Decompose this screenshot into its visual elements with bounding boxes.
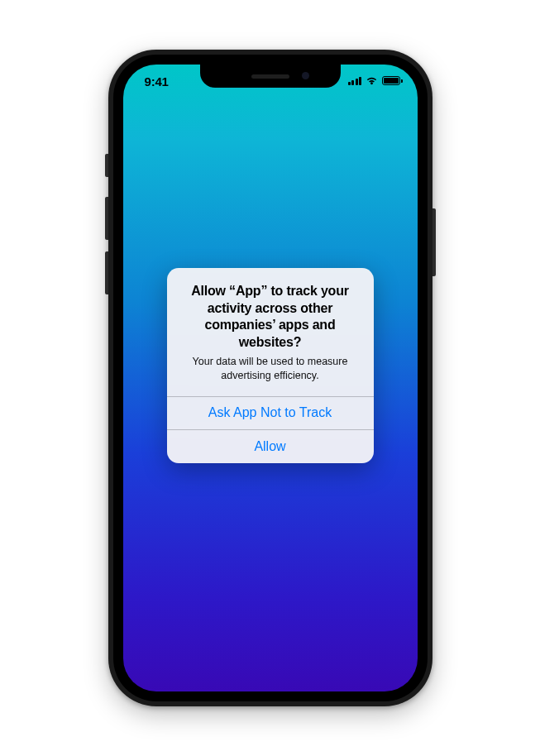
- volume-down-button: [105, 251, 108, 294]
- alert-title: Allow “App” to track your activity acros…: [180, 283, 361, 352]
- screen: 9:41 Allow “App” to track your: [123, 65, 418, 691]
- device-bezel: 9:41 Allow “App” to track your: [113, 55, 428, 701]
- notch: [200, 65, 341, 88]
- allow-button[interactable]: Allow: [167, 430, 374, 463]
- tracking-permission-alert: Allow “App” to track your activity acros…: [167, 268, 374, 463]
- alert-message: Your data will be used to measure advert…: [180, 355, 361, 383]
- volume-up-button: [105, 197, 108, 240]
- battery-icon: [382, 76, 403, 85]
- wifi-icon: [366, 76, 378, 85]
- alert-body: Allow “App” to track your activity acros…: [167, 268, 374, 396]
- device-frame: 9:41 Allow “App” to track your: [108, 50, 432, 706]
- status-indicators: [348, 76, 403, 85]
- power-button: [432, 208, 436, 276]
- speaker-grill: [251, 74, 289, 79]
- front-camera: [302, 72, 309, 79]
- silence-switch: [105, 154, 108, 177]
- cellular-signal-icon: [348, 77, 362, 85]
- ask-not-to-track-button[interactable]: Ask App Not to Track: [167, 396, 374, 429]
- status-time: 9:41: [145, 74, 169, 89]
